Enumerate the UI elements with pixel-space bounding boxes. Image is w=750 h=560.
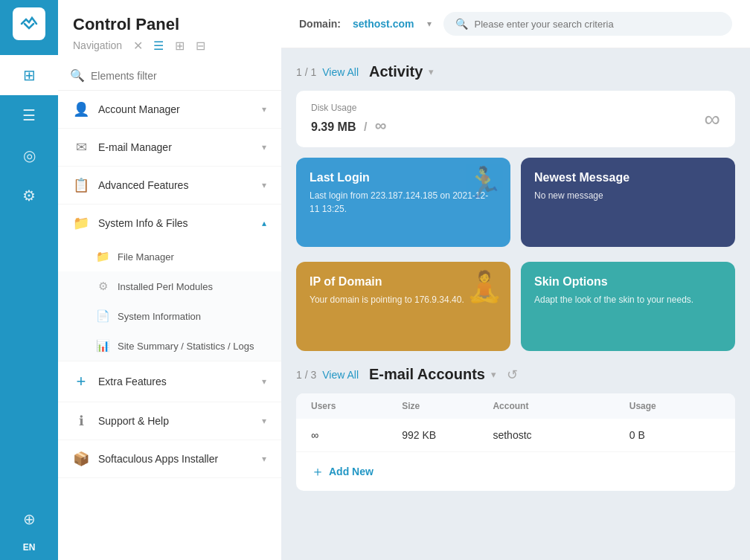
elements-filter-input[interactable] (91, 70, 269, 82)
nav-item-extra-features[interactable]: + Extra Features ▾ (58, 361, 281, 402)
nav-icons: ✕ ☰ ⊞ ⊟ (129, 37, 208, 54)
advanced-features-chevron: ▾ (262, 180, 266, 190)
search-input[interactable] (474, 19, 720, 30)
support-chevron: ▾ (262, 416, 266, 426)
system-info-section: 📁 System Info & Files ▴ 📁 File Manager ➤… (58, 205, 281, 361)
sidebar-item-users[interactable]: ◎ (0, 135, 58, 176)
nav-list-button[interactable]: ☰ (150, 37, 167, 54)
softaculous-icon: 📦 (73, 451, 89, 467)
chat-icon: ☰ (22, 106, 36, 124)
row-usage: 0 B (629, 429, 720, 441)
disk-usage-value: 9.39 MB / ∞ (311, 116, 690, 135)
system-information-label: System Information (118, 311, 201, 322)
activity-pagination: 1 / 1 (296, 66, 316, 78)
account-manager-chevron: ▾ (262, 104, 266, 115)
nav-item-system-info[interactable]: 📁 System Info & Files ▴ (58, 205, 281, 242)
activity-section-header: 1 / 1 View All Activity ▾ (296, 63, 735, 80)
search-bar-icon: 🔍 (455, 18, 468, 30)
ip-domain-card: IP of Domain Your domain is pointing to … (296, 262, 510, 351)
system-info-subitems: 📁 File Manager ➤ ⚙ Installed Perl Module… (58, 242, 281, 361)
email-refresh-icon[interactable]: ↺ (507, 367, 518, 383)
nav-grid-large-button[interactable]: ⊟ (192, 37, 208, 54)
users-icon: ◎ (23, 147, 36, 164)
nav-item-account-manager[interactable]: 👤 Account Manager ▾ (58, 91, 281, 128)
add-new-label: Add New (329, 466, 374, 477)
nav-item-support[interactable]: ℹ Support & Help ▾ (58, 402, 281, 440)
support-section: ℹ Support & Help ▾ (58, 402, 281, 440)
main-body: 1 / 1 View All Activity ▾ Disk Usage 9.3… (281, 48, 750, 506)
last-login-illustration: 🏃 (466, 165, 503, 200)
email-section-header: 1 / 3 View All E-mail Accounts ▾ ↺ (296, 366, 735, 383)
email-pagination: 1 / 3 (296, 369, 316, 381)
extra-features-chevron: ▾ (262, 376, 266, 387)
sidebar-search-bar: 🔍 (58, 61, 281, 91)
activity-chevron[interactable]: ▾ (429, 66, 434, 77)
advanced-features-section: 📋 Advanced Features ▾ (58, 167, 281, 205)
newest-message-card: Newest Message No new message (521, 158, 735, 247)
row-size: 992 KB (402, 429, 493, 441)
disk-infinity-icon: ∞ (705, 106, 720, 132)
email-view-all[interactable]: View All (322, 369, 359, 381)
domain-value[interactable]: sethost.com (353, 18, 414, 30)
sidebar-header: Control Panel Navigation ✕ ☰ ⊞ ⊟ (58, 0, 281, 61)
sidebar-item-dashboard[interactable]: ⊞ (0, 55, 58, 95)
activity-title: Activity (369, 63, 423, 80)
nav-row: Navigation ✕ ☰ ⊞ ⊟ (73, 37, 266, 54)
col-account: Account (493, 401, 629, 411)
system-info-chevron: ▴ (262, 218, 266, 228)
logo-button[interactable] (13, 7, 45, 40)
nav-subitem-site-summary[interactable]: 📊 Site Summary / Statistics / Logs (58, 331, 281, 361)
main-content: Domain: sethost.com ▾ 🔍 1 / 1 View All A… (281, 0, 750, 560)
skin-options-card: Skin Options Adapt the look of the skin … (521, 262, 735, 351)
col-size: Size (402, 401, 493, 411)
nav-subitem-system-information[interactable]: 📄 System Information (58, 301, 281, 331)
email-manager-icon: ✉ (73, 139, 89, 155)
globe-icon: ⊕ (23, 510, 36, 528)
disk-usage-row: Disk Usage 9.39 MB / ∞ ∞ (296, 91, 735, 147)
sidebar-item-messages[interactable]: ☰ (0, 95, 58, 135)
extra-features-icon: + (73, 372, 89, 391)
panel-title: Control Panel (73, 15, 266, 34)
col-usage: Usage (629, 401, 720, 411)
activity-view-all[interactable]: View All (322, 66, 359, 78)
site-summary-label: Site Summary / Statistics / Logs (118, 341, 254, 352)
add-new-button[interactable]: ＋ Add New (296, 452, 735, 491)
support-label: Support & Help (98, 415, 253, 427)
gear-icon: ⚙ (22, 187, 36, 205)
file-manager-label: File Manager (118, 251, 174, 263)
activity-cards: Last Login Last login from 223.187.124.1… (296, 158, 735, 247)
domain-label: Domain: (299, 18, 341, 30)
advanced-features-icon: 📋 (73, 177, 89, 193)
disk-usage-label: Disk Usage (311, 103, 690, 113)
extra-features-section: + Extra Features ▾ (58, 361, 281, 402)
nav-item-advanced-features[interactable]: 📋 Advanced Features ▾ (58, 167, 281, 204)
sidebar-item-globe[interactable]: ⊕ (23, 499, 36, 539)
file-manager-icon: 📁 (95, 250, 110, 263)
language-label: EN (23, 542, 36, 553)
support-icon: ℹ (73, 413, 89, 429)
row-users: ∞ (311, 429, 402, 441)
account-manager-label: Account Manager (98, 103, 253, 115)
skin-options-title: Skin Options (534, 275, 722, 289)
nav-subitem-perl-modules[interactable]: ⚙ Installed Perl Modules (58, 271, 281, 301)
nav-subitem-file-manager[interactable]: 📁 File Manager ➤ (58, 242, 281, 271)
nav-grid-small-button[interactable]: ⊞ (171, 37, 188, 54)
ip-domain-illustration: 🧘 (466, 269, 503, 304)
domain-chevron[interactable]: ▾ (427, 19, 432, 29)
skin-options-text: Adapt the look of the skin to your needs… (534, 293, 722, 306)
sidebar-item-settings[interactable]: ⚙ (0, 176, 58, 216)
perl-modules-icon: ⚙ (95, 280, 110, 293)
sidebar-panel: Control Panel Navigation ✕ ☰ ⊞ ⊟ 🔍 👤 Acc… (58, 0, 281, 560)
activity-cards-row2: IP of Domain Your domain is pointing to … (296, 262, 735, 351)
add-icon: ＋ (311, 463, 324, 480)
nav-close-button[interactable]: ✕ (129, 37, 146, 54)
email-manager-chevron: ▾ (262, 142, 266, 152)
email-title: E-mail Accounts (369, 366, 485, 383)
system-information-icon: 📄 (95, 309, 110, 323)
newest-message-title: Newest Message (534, 171, 722, 184)
extra-features-label: Extra Features (98, 376, 253, 387)
nav-item-softaculous[interactable]: 📦 Softaculous Apps Installer ▾ (58, 440, 281, 477)
email-chevron[interactable]: ▾ (491, 369, 496, 380)
nav-item-email-manager[interactable]: ✉ E-mail Manager ▾ (58, 129, 281, 166)
softaculous-section: 📦 Softaculous Apps Installer ▾ (58, 440, 281, 478)
